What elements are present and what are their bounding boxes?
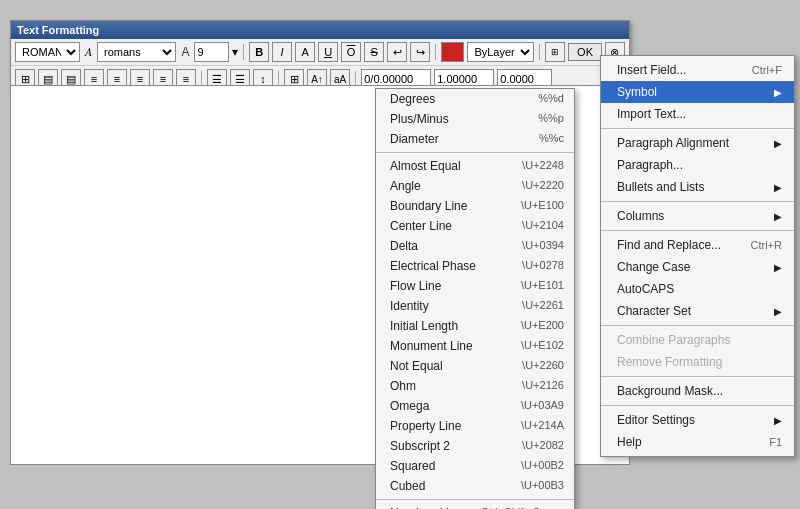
symbol-item-code: \U+2261 [522,299,564,313]
symbol-item-label: Almost Equal [390,159,461,173]
field-button[interactable]: ⊞ [545,42,565,62]
symbol-item-label: Ohm [390,379,416,393]
symbol-item-label: Omega [390,399,429,413]
menu-item-find-and-replace-[interactable]: Find and Replace...Ctrl+R [601,234,794,256]
symbol-item-code: \U+00B2 [521,459,564,473]
symbol-item-code: \U+0278 [522,259,564,273]
symbol-item-label: Diameter [390,132,439,146]
symbol-item-code: \U+E200 [521,319,564,333]
symbol-item-electrical-phase[interactable]: Electrical Phase\U+0278 [376,256,574,276]
menu-item-label: AutoCAPS [617,282,674,296]
toolbar-title: Text Formatting [11,21,629,39]
menu-item-character-set[interactable]: Character Set▶ [601,300,794,322]
symbol-item-code: \U+2126 [522,379,564,393]
symbol-item-diameter[interactable]: Diameter%%c [376,129,574,149]
font-size-input[interactable] [194,42,229,62]
menu-item-paragraph-[interactable]: Paragraph... [601,154,794,176]
size-dropdown-icon[interactable]: ▾ [232,45,238,59]
redo-button[interactable]: ↪ [410,42,430,62]
symbol-item-almost-equal[interactable]: Almost Equal\U+2248 [376,156,574,176]
symbol-item-squared[interactable]: Squared\U+00B2 [376,456,574,476]
menu-item-label: Background Mask... [617,384,723,398]
undo-button[interactable]: ↩ [387,42,407,62]
menu-item-symbol[interactable]: Symbol▶ [601,81,794,103]
uppercase-button[interactable]: A [295,42,315,62]
menu-item-label: Combine Paragraphs [617,333,730,347]
menu-item-arrow: ▶ [774,87,782,98]
bold-button[interactable]: B [249,42,269,62]
symbol-item-boundary-line[interactable]: Boundary Line\U+E100 [376,196,574,216]
symbol-item-not-equal[interactable]: Not Equal\U+2260 [376,356,574,376]
symbol-item-code: \U+2260 [522,359,564,373]
menu-separator-19 [601,405,794,406]
symbol-item-label: Plus/Minus [390,112,449,126]
symbol-item-initial-length[interactable]: Initial Length\U+E200 [376,316,574,336]
symbol-item-label: Boundary Line [390,199,467,213]
symbol-item-property-line[interactable]: Property Line\U+214A [376,416,574,436]
menu-item-shortcut: Ctrl+F [752,64,782,76]
menu-item-editor-settings[interactable]: Editor Settings▶ [601,409,794,431]
symbol-item-code: \U+00B3 [521,479,564,493]
color-button[interactable] [441,42,465,62]
menu-item-insert-field-[interactable]: Insert Field...Ctrl+F [601,59,794,81]
symbol-item-flow-line[interactable]: Flow Line\U+E101 [376,276,574,296]
menu-separator-3 [601,128,794,129]
menu-item-bullets-and-lists[interactable]: Bullets and Lists▶ [601,176,794,198]
menu-item-arrow: ▶ [774,211,782,222]
menu-item-label: Editor Settings [617,413,695,427]
symbol-item-identity[interactable]: Identity\U+2261 [376,296,574,316]
symbol-item-code: \U+2082 [522,439,564,453]
symbol-item-label: Not Equal [390,359,443,373]
symbol-item-plus/minus[interactable]: Plus/Minus%%p [376,109,574,129]
symbol-item-delta[interactable]: Delta\U+0394 [376,236,574,256]
menu-item-change-case[interactable]: Change Case▶ [601,256,794,278]
menu-separator-17 [601,376,794,377]
symbol-item-degrees[interactable]: Degrees%%d [376,89,574,109]
overline-button[interactable]: O [341,42,361,62]
menu-item-label: Import Text... [617,107,686,121]
menu-item-label: Change Case [617,260,690,274]
menu-item-help[interactable]: HelpF1 [601,431,794,453]
symbol-item-code: \U+214A [521,419,564,433]
symbol-item-ohm[interactable]: Ohm\U+2126 [376,376,574,396]
menu-item-arrow: ▶ [774,306,782,317]
symbol-item-monument-line[interactable]: Monument Line\U+E102 [376,336,574,356]
bylayer-select[interactable]: ByLayer [467,42,534,62]
symbol-item-angle[interactable]: Angle\U+2220 [376,176,574,196]
symbol-item-non-breaking-space[interactable]: Non-breaking SpaceCtrl+Shift+Space [376,503,574,509]
menu-item-label: Remove Formatting [617,355,722,369]
symbol-item-center-line[interactable]: Center Line\U+2104 [376,216,574,236]
menu-item-arrow: ▶ [774,182,782,193]
italic-button[interactable]: I [272,42,292,62]
menu-item-background-mask-[interactable]: Background Mask... [601,380,794,402]
font-face-select[interactable]: romans [97,42,176,62]
symbol-item-code: %%d [538,92,564,106]
symbol-item-cubed[interactable]: Cubed\U+00B3 [376,476,574,496]
menu-item-arrow: ▶ [774,262,782,273]
font-name-select[interactable]: ROMANS [15,42,80,62]
symbol-item-code: \U+2220 [522,179,564,193]
menu-item-paragraph-alignment[interactable]: Paragraph Alignment▶ [601,132,794,154]
symbol-item-label: Squared [390,459,435,473]
symbol-item-subscript-2[interactable]: Subscript 2\U+2082 [376,436,574,456]
symbol-item-label: Flow Line [390,279,441,293]
menu-item-columns[interactable]: Columns▶ [601,205,794,227]
symbol-item-label: Electrical Phase [390,259,476,273]
ok-button[interactable]: OK [568,43,602,61]
menu-item-autocaps[interactable]: AutoCAPS [601,278,794,300]
symbol-item-label: Subscript 2 [390,439,450,453]
underline-button[interactable]: U [318,42,338,62]
menu-item-label: Symbol [617,85,657,99]
symbol-item-label: Delta [390,239,418,253]
menu-item-import-text-[interactable]: Import Text... [601,103,794,125]
menu-item-label: Help [617,435,642,449]
menu-item-arrow: ▶ [774,138,782,149]
symbol-submenu: Degrees%%dPlus/Minus%%pDiameter%%cAlmost… [375,88,575,509]
menu-item-shortcut: F1 [769,436,782,448]
strikethrough-button[interactable]: S [364,42,384,62]
symbol-item-label: Property Line [390,419,461,433]
menu-item-label: Character Set [617,304,691,318]
symbol-item-omega[interactable]: Omega\U+03A9 [376,396,574,416]
symbol-item-label: Degrees [390,92,435,106]
menu-separator-9 [601,230,794,231]
